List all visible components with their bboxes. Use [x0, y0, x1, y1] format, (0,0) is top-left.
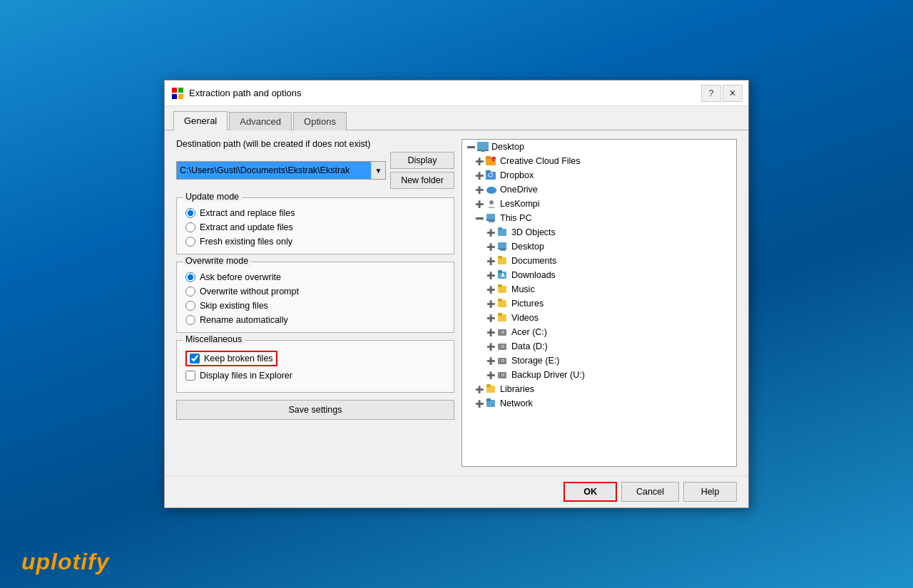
label-desktop-root: Desktop — [491, 142, 524, 152]
svg-text:Cc: Cc — [492, 158, 496, 161]
radio-fresh-existing[interactable]: Fresh existing files only — [185, 237, 445, 247]
icon-data-d — [496, 341, 509, 352]
tree-item-leskompi[interactable]: ➕ LesKompi — [462, 197, 736, 211]
right-buttons: Display New folder — [390, 152, 454, 189]
tree-item-pictures[interactable]: ➕ Pictures — [462, 296, 736, 311]
expander-music: ➕ — [485, 284, 496, 295]
checkbox-keep-broken[interactable]: Keep broken files — [185, 351, 445, 366]
tree-item-acer-c[interactable]: ➕ Acer (C:) — [462, 325, 736, 339]
expander-data-d: ➕ — [485, 341, 496, 352]
label-3dobjects: 3D Objects — [511, 227, 556, 237]
label-storage-e: Storage (E:) — [511, 356, 559, 366]
checkbox-display-explorer[interactable]: Display files in Explorer — [185, 371, 445, 381]
close-button[interactable]: ✕ — [723, 85, 743, 102]
tab-options[interactable]: Options — [293, 112, 347, 130]
radio-extract-replace[interactable]: Extract and replace files — [185, 208, 445, 218]
tree-item-desktop[interactable]: ➖ Desktop — [462, 140, 736, 154]
path-input[interactable] — [177, 162, 371, 179]
tree-item-onedrive[interactable]: ➕ OneDrive — [462, 182, 736, 197]
tab-advanced[interactable]: Advanced — [229, 112, 292, 130]
tree-item-downloads[interactable]: ➕ Downloads — [462, 268, 736, 282]
right-panel: ➖ Desktop ➕ Cc Creative Cloud Files ➕ — [461, 139, 737, 467]
icon-dropbox: ⬡ — [485, 170, 498, 181]
watermark-highlight: lo — [51, 549, 72, 574]
icon-desktop — [476, 141, 489, 153]
svg-rect-19 — [489, 221, 494, 222]
radio-overwrite-prompt[interactable]: Overwrite without prompt — [185, 287, 445, 296]
tree-item-data-d[interactable]: ➕ Data (D:) — [462, 339, 736, 354]
expander-leskompi: ➕ — [474, 198, 485, 210]
update-mode-legend: Update mode — [183, 192, 242, 202]
tree-item-thispc[interactable]: ➖ This PC — [462, 211, 736, 225]
svg-rect-23 — [498, 242, 506, 249]
label-desktop-pc: Desktop — [511, 242, 544, 252]
display-explorer-input[interactable] — [185, 371, 195, 381]
radio-rename-auto-input[interactable] — [185, 315, 195, 325]
svg-rect-52 — [486, 384, 491, 387]
path-label: Destination path (will be created if doe… — [176, 139, 454, 149]
expander-downloads: ➕ — [485, 269, 496, 281]
folder-tree[interactable]: ➖ Desktop ➕ Cc Creative Cloud Files ➕ — [461, 139, 737, 467]
tree-item-dropbox[interactable]: ➕ ⬡ Dropbox — [462, 168, 736, 182]
radio-skip-existing-input[interactable] — [185, 301, 195, 311]
display-button[interactable]: Display — [390, 152, 454, 169]
tree-item-creative-cloud[interactable]: ➕ Cc Creative Cloud Files — [462, 154, 736, 168]
tab-bar: General Advanced Options — [165, 106, 748, 130]
expander-pictures: ➕ — [485, 298, 496, 309]
dialog-bottom: OK Cancel Help — [165, 475, 748, 507]
new-folder-button[interactable]: New folder — [390, 172, 454, 189]
radio-ask-overwrite-input[interactable] — [185, 272, 195, 282]
expander-desktop: ➖ — [465, 141, 476, 153]
dialog-content: Destination path (will be created if doe… — [165, 130, 748, 475]
tree-item-documents[interactable]: ➕ Documents — [462, 254, 736, 268]
svg-rect-1 — [178, 88, 183, 93]
svg-point-15 — [486, 187, 496, 194]
tree-item-network[interactable]: ➕ Network — [462, 396, 736, 411]
app-icon — [170, 86, 185, 100]
tree-item-videos[interactable]: ➕ Videos — [462, 311, 736, 325]
save-settings-button[interactable]: Save settings — [176, 400, 454, 420]
label-pictures: Pictures — [511, 299, 544, 309]
svg-rect-24 — [498, 248, 506, 249]
radio-rename-auto[interactable]: Rename automatically — [185, 315, 445, 325]
icon-creative-cloud: Cc — [485, 155, 498, 167]
tab-general[interactable]: General — [173, 111, 228, 130]
help-dialog-button[interactable]: Help — [683, 482, 737, 502]
dialog-title: Extraction path and options — [189, 88, 701, 98]
expander-cc: ➕ — [474, 155, 485, 167]
radio-extract-update[interactable]: Extract and update files — [185, 222, 445, 232]
radio-ask-overwrite[interactable]: Ask before overwrite — [185, 272, 445, 282]
svg-rect-4 — [477, 142, 489, 150]
svg-rect-0 — [172, 88, 177, 93]
overwrite-mode-legend: Overwrite mode — [183, 256, 251, 266]
svg-rect-2 — [172, 94, 177, 99]
icon-libraries — [485, 383, 498, 395]
svg-point-16 — [489, 200, 494, 205]
svg-point-47 — [502, 360, 504, 361]
radio-extract-update-input[interactable] — [185, 222, 195, 232]
svg-rect-33 — [498, 284, 502, 287]
svg-rect-38 — [498, 313, 502, 316]
tree-item-music[interactable]: ➕ ♪ Music — [462, 282, 736, 296]
help-button[interactable]: ? — [701, 85, 721, 102]
ok-button[interactable]: OK — [563, 482, 617, 502]
radio-fresh-existing-input[interactable] — [185, 237, 195, 247]
svg-rect-54 — [486, 398, 491, 401]
tree-item-backup-u[interactable]: ➕ Backup Driver (U:) — [462, 368, 736, 382]
path-dropdown-btn[interactable]: ▼ — [371, 162, 385, 179]
icon-documents — [496, 255, 509, 267]
radio-extract-replace-input[interactable] — [185, 208, 195, 218]
label-onedrive: OneDrive — [500, 185, 538, 195]
tree-item-desktop-pc[interactable]: ➕ Desktop — [462, 239, 736, 254]
miscellaneous-group: Miscellaneous Keep broken files Display … — [176, 340, 454, 393]
keep-broken-input[interactable] — [190, 354, 200, 363]
radio-skip-existing[interactable]: Skip existing files — [185, 301, 445, 311]
tree-item-storage-e[interactable]: ➕ Storage (E:) — [462, 354, 736, 368]
tree-item-3dobjects[interactable]: ➕ 3D Objects — [462, 225, 736, 239]
cancel-button[interactable]: Cancel — [621, 482, 679, 502]
title-bar-controls: ? ✕ — [701, 85, 743, 102]
tree-item-libraries[interactable]: ➕ Libraries — [462, 382, 736, 396]
expander-network: ➕ — [474, 398, 485, 409]
radio-overwrite-prompt-input[interactable] — [185, 287, 195, 296]
icon-acer-c — [496, 326, 509, 338]
